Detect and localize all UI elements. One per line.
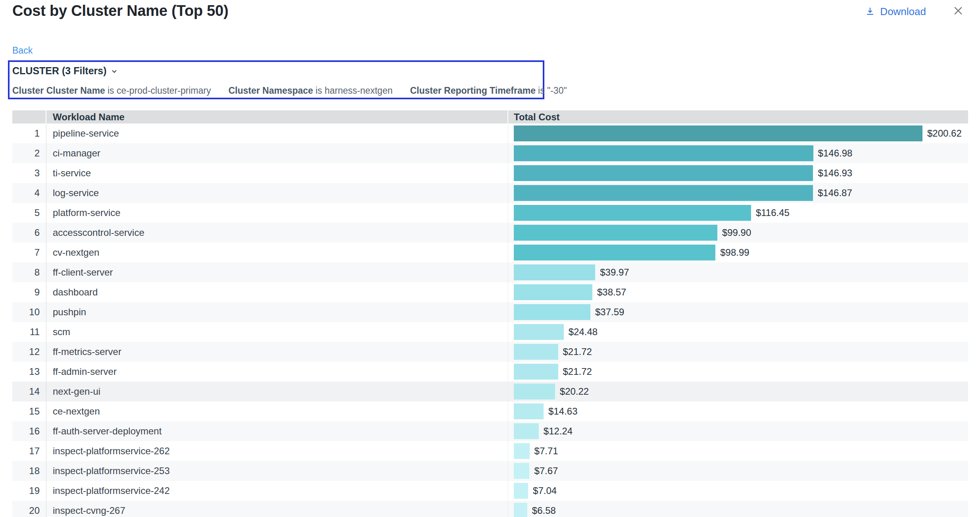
- cost-value: $200.62: [927, 128, 962, 139]
- row-rank: 10: [12, 302, 46, 322]
- table-row: 16 ff-auth-server-deployment $12.24: [12, 421, 968, 441]
- filter-value: is "-30": [538, 85, 567, 96]
- row-rank: 6: [12, 223, 46, 243]
- download-label: Download: [880, 6, 926, 18]
- cost-bar[interactable]: [514, 443, 530, 459]
- row-cost-cell: $21.72: [508, 362, 968, 382]
- cost-bar[interactable]: [514, 245, 715, 260]
- filter-condition-timeframe[interactable]: Cluster Reporting Timeframeis "-30": [410, 85, 567, 96]
- table-header: Workload Name Total Cost: [12, 110, 968, 123]
- row-cost-cell: $99.90: [508, 223, 968, 243]
- cost-bar[interactable]: [514, 403, 544, 419]
- row-workload-name: pipeline-service: [46, 123, 508, 143]
- row-workload-name: scm: [46, 322, 508, 342]
- row-cost-cell: $200.62: [508, 123, 968, 143]
- row-rank: 16: [12, 421, 46, 441]
- filter-conditions: Cluster Cluster Nameis ce-prod-cluster-p…: [12, 85, 543, 96]
- cost-bar[interactable]: [514, 324, 564, 340]
- page-title: Cost by Cluster Name (Top 50): [12, 2, 229, 19]
- row-cost-cell: $7.71: [508, 441, 968, 461]
- cost-bar[interactable]: [514, 264, 595, 280]
- cost-bar[interactable]: [514, 125, 922, 141]
- chevron-down-icon: [111, 67, 118, 75]
- row-cost-cell: $146.87: [508, 183, 968, 203]
- row-cost-cell: $14.63: [508, 401, 968, 421]
- row-workload-name: pushpin: [46, 302, 508, 322]
- filter-condition-cluster-name[interactable]: Cluster Cluster Nameis ce-prod-cluster-p…: [12, 85, 211, 96]
- cost-bar[interactable]: [514, 483, 528, 499]
- row-workload-name: ff-client-server: [46, 262, 508, 282]
- row-workload-name: ff-admin-server: [46, 362, 508, 382]
- row-workload-name: inspect-platformservice-253: [46, 461, 508, 481]
- table-row: 2 ci-manager $146.98: [12, 143, 968, 163]
- cost-bar[interactable]: [514, 503, 527, 517]
- filter-field: Cluster Namespace: [229, 85, 313, 96]
- close-button[interactable]: [951, 5, 965, 18]
- row-cost-cell: $98.99: [508, 243, 968, 262]
- cost-bar[interactable]: [514, 423, 539, 439]
- cost-value: $12.24: [544, 426, 573, 437]
- download-icon: [865, 6, 875, 17]
- total-cost-column-header[interactable]: Total Cost: [508, 110, 968, 123]
- filter-summary-toggle[interactable]: CLUSTER (3 Filters): [12, 65, 118, 77]
- filter-panel: CLUSTER (3 Filters) Cluster Cluster Name…: [8, 60, 544, 99]
- cost-bar[interactable]: [514, 185, 813, 201]
- row-cost-cell: $21.72: [508, 342, 968, 362]
- table-row: 4 log-service $146.87: [12, 183, 968, 203]
- row-rank: 18: [12, 461, 46, 481]
- row-rank: 11: [12, 322, 46, 342]
- table-row: 14 next-gen-ui $20.22: [12, 382, 968, 401]
- cost-bar[interactable]: [514, 145, 813, 161]
- cost-bar[interactable]: [514, 284, 592, 300]
- cost-value: $24.48: [569, 326, 598, 338]
- row-workload-name: log-service: [46, 183, 508, 203]
- row-rank: 13: [12, 362, 46, 382]
- cost-value: $37.59: [595, 307, 624, 318]
- row-rank: 20: [12, 501, 46, 517]
- row-rank: 19: [12, 481, 46, 501]
- row-cost-cell: $12.24: [508, 421, 968, 441]
- cost-value: $14.63: [548, 406, 577, 417]
- cost-bar[interactable]: [514, 364, 558, 380]
- row-workload-name: ce-nextgen: [46, 401, 508, 421]
- row-cost-cell: $116.45: [508, 203, 968, 223]
- workload-name-column-header[interactable]: Workload Name: [46, 110, 508, 123]
- row-rank: 12: [12, 342, 46, 362]
- filter-condition-namespace[interactable]: Cluster Namespaceis harness-nextgen: [229, 85, 393, 96]
- cost-value: $146.98: [818, 148, 853, 159]
- row-workload-name: ff-metrics-server: [46, 342, 508, 362]
- table-row: 10 pushpin $37.59: [12, 302, 968, 322]
- cost-value: $38.57: [597, 287, 626, 298]
- table-row: 13 ff-admin-server $21.72: [12, 362, 968, 382]
- row-cost-cell: $146.93: [508, 163, 968, 183]
- cost-bar[interactable]: [514, 463, 529, 479]
- table-row: 5 platform-service $116.45: [12, 203, 968, 223]
- row-cost-cell: $146.98: [508, 143, 968, 163]
- cost-value: $7.67: [534, 465, 558, 476]
- download-button[interactable]: Download: [865, 6, 926, 18]
- cost-bar[interactable]: [514, 225, 717, 241]
- row-cost-cell: $6.58: [508, 501, 968, 517]
- table-row: 20 inspect-cvng-267 $6.58: [12, 501, 968, 517]
- table-row: 12 ff-metrics-server $21.72: [12, 342, 968, 362]
- cost-bar[interactable]: [514, 304, 590, 320]
- table-row: 11 scm $24.48: [12, 322, 968, 342]
- row-rank: 14: [12, 382, 46, 401]
- cost-bar[interactable]: [514, 165, 813, 181]
- cost-bar[interactable]: [514, 205, 751, 221]
- cost-table: Workload Name Total Cost 1 pipeline-serv…: [12, 110, 968, 517]
- cost-value: $6.58: [532, 505, 556, 516]
- row-rank: 15: [12, 401, 46, 421]
- table-row: 9 dashboard $38.57: [12, 282, 968, 302]
- cost-value: $7.04: [533, 485, 557, 496]
- cost-value: $146.87: [818, 187, 852, 199]
- cost-bar[interactable]: [514, 384, 555, 399]
- back-link[interactable]: Back: [12, 45, 33, 56]
- filter-field: Cluster Cluster Name: [12, 85, 105, 96]
- cost-value: $21.72: [563, 366, 592, 377]
- row-workload-name: accesscontrol-service: [46, 223, 508, 243]
- row-rank: 8: [12, 262, 46, 282]
- filter-summary-label: CLUSTER (3 Filters): [12, 65, 107, 77]
- cost-bar[interactable]: [514, 344, 558, 360]
- cost-value: $20.22: [560, 386, 589, 397]
